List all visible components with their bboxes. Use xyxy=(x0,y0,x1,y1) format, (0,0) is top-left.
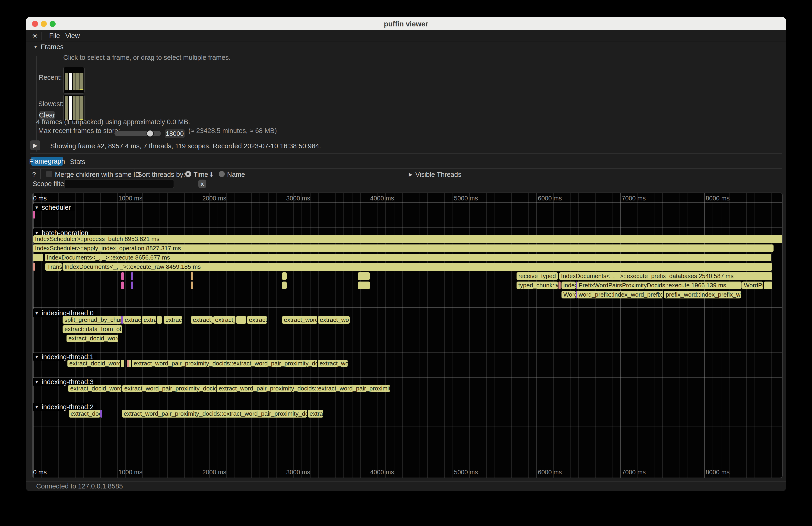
flame-scope-bar[interactable]: extract_docid_word xyxy=(67,335,118,342)
max-frames-value[interactable]: 18000 xyxy=(165,129,185,138)
flame-scope-bar[interactable]: Trans xyxy=(45,263,62,271)
flame-scope-bar[interactable]: extract_word xyxy=(282,316,317,324)
sort-time-radio[interactable] xyxy=(185,171,191,177)
flame-scope-bar[interactable] xyxy=(129,360,131,367)
frame-thumbnail-stripe xyxy=(65,73,68,90)
flame-scope-bar[interactable] xyxy=(236,316,246,324)
flame-scope-bar[interactable]: extract_word_pair_proximity_docids xyxy=(122,385,216,392)
controls-separator xyxy=(40,169,41,179)
flamegraph[interactable]: 0 ms0 ms1000 ms1000 ms2000 ms2000 ms3000… xyxy=(32,192,783,478)
thread-header[interactable]: ▼indexing-thread:2 xyxy=(33,403,97,411)
axis-tick-label: 5000 ms xyxy=(454,195,478,202)
visible-threads-toggle[interactable]: ▶Visible Threads xyxy=(409,171,461,178)
max-frames-note: (≈ 23428.5 minutes, ≈ 68 MB) xyxy=(188,127,277,135)
sort-name-radio[interactable] xyxy=(219,171,225,177)
flame-scope-bar[interactable]: prefix_word::index_prefix_wo xyxy=(664,291,741,298)
showing-frame-text: Showing frame #2, 8957.4 ms, 7 threads, … xyxy=(50,142,321,150)
frame-thumbnail-stripe xyxy=(76,73,79,90)
window-title: puffin viewer xyxy=(26,20,786,28)
flame-scope-bar[interactable]: extrac xyxy=(308,410,323,418)
flame-scope-bar[interactable] xyxy=(191,272,193,280)
flame-scope-bar[interactable]: IndexDocuments<_, _>::execute 8656.677 m… xyxy=(45,254,771,261)
flame-scope-bar[interactable]: extract_word_pair_proximity_docids::extr… xyxy=(122,410,307,418)
flame-scope-bar[interactable]: split_grenad_by_chun xyxy=(62,316,121,324)
frame-thumbnail-stripe xyxy=(73,73,75,90)
flame-scope-bar[interactable] xyxy=(121,281,124,289)
frame-thumbnail-stripe xyxy=(79,96,84,120)
flame-scope-bar[interactable] xyxy=(33,263,35,271)
flame-scope-bar[interactable]: extract_ xyxy=(191,316,213,324)
flame-scope-bar[interactable] xyxy=(121,360,124,367)
frames-section-header[interactable]: ▼Frames xyxy=(33,43,63,51)
flame-scope-bar[interactable] xyxy=(100,410,102,418)
merge-children-label[interactable]: Merge children with same ID xyxy=(55,171,140,178)
clear-filter-button[interactable]: x xyxy=(198,179,206,188)
flame-scope-bar[interactable]: extract xyxy=(123,316,141,324)
sort-time-label[interactable]: Time xyxy=(193,171,208,178)
flame-scope-bar[interactable] xyxy=(131,272,133,280)
flame-scope-bar[interactable]: WordPr xyxy=(742,281,763,289)
flame-scope-bar[interactable]: index xyxy=(562,281,576,289)
flame-scope-bar[interactable]: IndexDocuments<_, _>::execute_prefix_dat… xyxy=(559,272,772,280)
flame-scope-bar[interactable]: extract_wo xyxy=(318,360,348,367)
max-frames-slider-knob[interactable] xyxy=(146,130,154,137)
flame-scope-bar[interactable]: word_prefix::index_word_prefix_ xyxy=(577,291,663,298)
divider xyxy=(30,154,782,154)
flame-scope-bar[interactable] xyxy=(131,281,133,289)
menu-separator xyxy=(42,32,42,40)
flame-scope-bar[interactable] xyxy=(358,281,370,289)
menu-view[interactable]: View xyxy=(66,32,80,40)
flame-scope-bar[interactable]: extract::data_from_ob xyxy=(62,325,122,333)
scope-filter-input[interactable] xyxy=(64,179,174,188)
thread-header[interactable]: ▼scheduler xyxy=(33,204,75,211)
flame-scope-bar[interactable]: extra xyxy=(142,316,156,324)
flame-scope-bar[interactable]: Word xyxy=(562,291,576,298)
flame-scope-bar[interactable]: extract_docid_word xyxy=(68,360,120,367)
flame-scope-bar[interactable]: IndexScheduler>::process_batch 8953.821 … xyxy=(33,235,783,243)
thread-header[interactable]: ▼indexing-thread:0 xyxy=(33,309,97,317)
thread-section-divider xyxy=(33,307,782,307)
help-button[interactable]: ? xyxy=(32,171,36,178)
frames-hint: Click to select a frame, or drag to sele… xyxy=(63,54,231,61)
merge-children-checkbox[interactable] xyxy=(46,171,52,177)
collapsed-triangle-icon: ▶ xyxy=(409,172,412,177)
axis-tick-label: 7000 ms xyxy=(622,195,646,202)
sort-name-label[interactable]: Name xyxy=(227,171,245,178)
flame-scope-bar[interactable] xyxy=(191,281,193,289)
flame-scope-bar[interactable]: extract_word_pair_proximity_docids::extr… xyxy=(217,385,390,392)
flame-scope-bar[interactable] xyxy=(157,316,162,324)
tab-stats[interactable]: Stats xyxy=(70,158,85,166)
tab-flamegraph[interactable]: Flamegraph xyxy=(31,157,63,166)
flame-scope-bar[interactable]: typed_chunk::w xyxy=(517,281,558,289)
play-button[interactable]: ▶ xyxy=(30,141,40,150)
sort-direction-arrow-icon[interactable]: ⬇ xyxy=(208,171,214,179)
flame-scope-bar[interactable]: IndexScheduler>::apply_index_operation 8… xyxy=(33,245,773,252)
flame-scope-bar[interactable] xyxy=(121,272,124,280)
flame-scope-bar[interactable] xyxy=(764,281,772,289)
flame-scope-bar[interactable]: extract_word_pair_proximity_docids::extr… xyxy=(132,360,317,367)
flame-scope-bar[interactable] xyxy=(282,281,287,289)
flame-scope-bar[interactable] xyxy=(282,272,287,280)
flame-scope-bar[interactable] xyxy=(358,272,370,280)
flame-scope-bar[interactable]: extract_docid_word xyxy=(68,385,121,392)
theme-toggle-sun-icon[interactable]: ☀ xyxy=(32,32,38,40)
flame-scope-bar[interactable]: IndexDocuments<_, _>::execute_raw 8459.1… xyxy=(62,263,772,271)
recent-frame-thumbnail[interactable] xyxy=(63,67,85,93)
flame-scope-bar[interactable] xyxy=(33,211,35,219)
flame-scope-bar[interactable]: PrefixWordPairsProximityDocids::execute … xyxy=(577,281,742,289)
flame-scope-bar[interactable] xyxy=(33,254,43,261)
menu-file[interactable]: File xyxy=(49,32,60,40)
thread-section-divider xyxy=(33,228,782,228)
flame-scope-bar[interactable] xyxy=(127,360,129,367)
max-frames-slider[interactable] xyxy=(115,131,161,136)
flame-scope-bar[interactable]: extrac xyxy=(164,316,182,324)
flame-scope-bar[interactable]: receive_typed_ xyxy=(517,272,558,280)
slowest-frame-thumbnail[interactable] xyxy=(63,94,85,121)
flame-scope-bar[interactable] xyxy=(559,281,561,289)
flame-scope-bar[interactable]: extract_wo xyxy=(318,316,350,324)
flame-scope-bar[interactable]: extract_doc xyxy=(69,410,100,418)
frame-thumbnail-stripe xyxy=(79,73,84,90)
flame-scope-bar[interactable]: extract_ xyxy=(213,316,235,324)
flame-scope-bar[interactable]: extract xyxy=(247,316,267,324)
frames-summary: 4 frames (1 unpacked) using approximatel… xyxy=(36,118,190,126)
